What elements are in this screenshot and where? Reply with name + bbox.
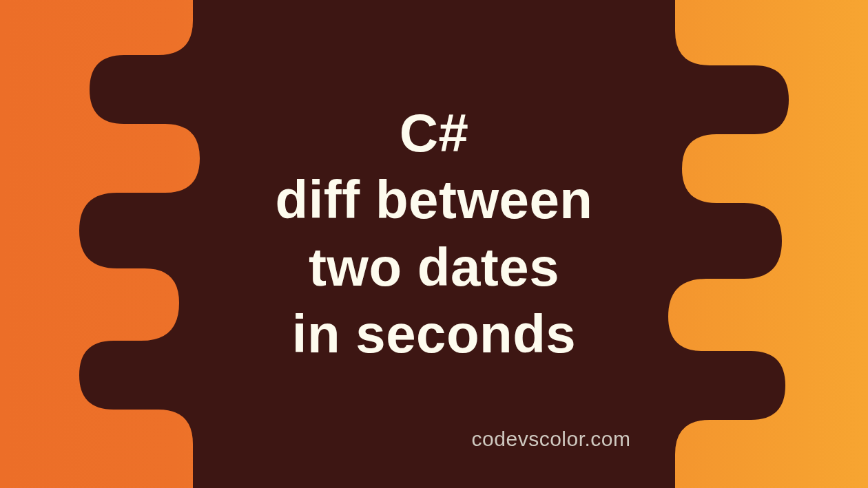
title-line-2: diff between [275,167,592,234]
title-line-4: in seconds [275,301,592,368]
title-line-3: two dates [275,234,592,301]
banner-title: C# diff between two dates in seconds [275,100,592,368]
attribution-text: codevscolor.com [472,427,631,451]
banner-root: C# diff between two dates in seconds cod… [0,0,868,488]
content-area: C# diff between two dates in seconds cod… [0,0,868,488]
title-line-1: C# [275,100,592,167]
